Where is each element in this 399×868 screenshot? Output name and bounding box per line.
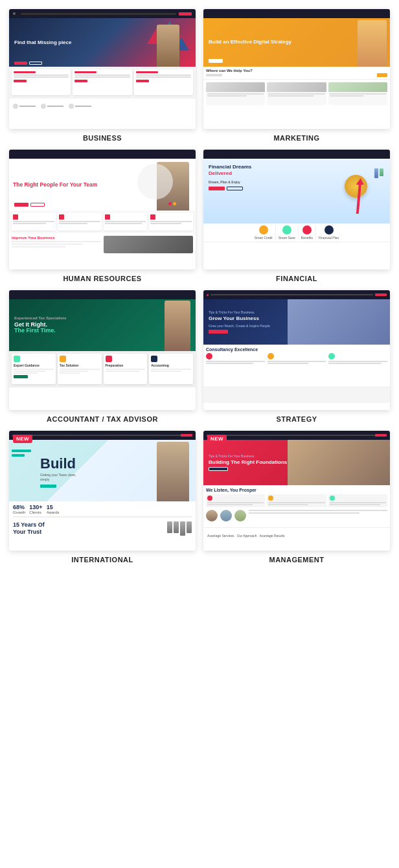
strat-line-5 [328,361,387,362]
hr-cell[interactable]: The Right People For Your Team [5,146,200,286]
biz-card-btn-3 [136,80,149,82]
fin-label-2: Smart Save [279,236,295,240]
fin-icon-4 [325,225,334,234]
strategy-mid: Consultancy Excellence [203,345,390,387]
acc-card-icon-2 [60,356,66,362]
management-hero: Tips & Tricks For Your Business Building… [203,440,390,485]
financial-hero-text: Financial Dreams Delivered Dream, Plan &… [209,164,251,190]
strategy-preview[interactable]: Tips & Tricks For Your Business Grow You… [203,290,390,410]
intl-teal-lines [9,450,31,457]
footer-text-2 [47,106,63,107]
financial-preview[interactable]: Financial Dreams Delivered Dream, Plan &… [203,150,390,269]
mkt-card-img-2 [267,82,326,92]
mgmt-card-2 [267,494,326,507]
acc-card-3: Preparation [104,354,148,384]
hr-feat-line-2 [13,223,46,224]
mgmt-text-lines [249,510,387,521]
biz-card-1 [12,69,71,95]
fin-line-1: Financial Dreams [209,164,251,170]
financial-cell[interactable]: Financial Dreams Delivered Dream, Plan &… [200,146,394,286]
hr-feat-line-1 [13,221,54,222]
biz-card-bar [14,71,36,73]
acc-card-line-2 [14,371,45,372]
hr-bottom: Improve Your Business [9,233,196,256]
mgmt-line-4 [268,504,308,505]
intl-stat-1: 68%Growth [13,504,25,514]
hero-buttons [14,62,42,65]
business-hero: Find that Missing piece [9,18,196,67]
strategy-hero-img [288,299,390,345]
accountant-cell[interactable]: Experienced Tax Specialists Get It Right… [5,286,200,427]
strategy-hero-text: Tips & Tricks For Your Business Grow You… [209,310,270,334]
intl-person-3 [180,521,185,536]
mkt-buttons [209,59,223,63]
intl-person-2 [174,521,179,533]
strat-line-2 [206,363,253,364]
fin-btns [209,187,251,190]
management-nav [203,431,390,440]
mkt-card-body-3 [328,92,387,98]
intl-nav-btn [181,434,192,437]
teal-line-1 [12,450,31,452]
strat-icon-2 [268,353,274,360]
strat-line-1 [206,361,265,362]
strat-feat-2 [268,353,326,365]
business-nav [9,9,196,18]
business-hero-text: Find that Missing piece [14,40,71,46]
fin-mid-2: Smart Save [279,225,299,240]
mgmt-cards-row [206,494,387,507]
hr-feat-line-6 [105,223,142,224]
hr-btn-2 [30,203,45,207]
hr-preview[interactable]: The Right People For Your Team [9,150,196,269]
mgmt-nav-line [211,435,375,436]
marketing-cell[interactable]: Build an Effective Digital Strategy Wher… [200,5,394,146]
strategy-cell[interactable]: Tips & Tricks For Your Business Grow You… [200,286,394,427]
international-hero: Build Getting your Taxes done,simply [9,440,196,501]
marketing-preview[interactable]: Build an Effective Digital Strategy Wher… [203,9,390,129]
business-preview[interactable]: Find that Missing piece [9,9,196,129]
hr-feat-4 [149,213,193,231]
international-preview[interactable]: NEW Build Getting your Taxes done,simply [9,431,196,551]
mgmt-avatar-3 [234,510,246,521]
strat-nav-dot [207,294,209,296]
strat-consultancy: Consultancy Excellence [206,347,387,352]
accountant-hero: Experienced Tax Specialists Get It Right… [9,299,196,351]
mkt-card-3 [328,82,387,105]
strat-feat-3 [328,353,387,365]
business-cards [9,67,196,98]
marketing-subtitle: Where can We Help You? [206,69,387,73]
mkt-cta [377,73,387,77]
accountant-nav [9,290,196,299]
management-preview[interactable]: NEW Tips & Tricks For Your Business Buil… [203,431,390,551]
mkt-card-line-4 [268,95,314,97]
intl-find-btn [40,485,56,488]
strategy-bottom [203,387,390,403]
hr-feat-icon-4 [150,214,155,220]
strat-line-4 [268,363,308,364]
international-cell[interactable]: NEW Build Getting your Taxes done,simply [5,427,200,567]
intl-people-row [167,521,192,536]
strat-btn-wrap [209,330,270,334]
mgmt-line-3 [268,502,325,503]
fin-mid-bar: Smart Credit Smart Save Benefits Financi… [203,223,390,242]
management-label: MANAGEMENT [269,556,324,564]
mkt-card-line-1 [207,93,264,95]
fin-mid-items: Smart Credit Smart Save Benefits Financi… [206,225,387,240]
mgmt-headline: Building The Right Foundations [209,459,287,466]
biz-card-line-5 [136,74,191,76]
accountant-preview[interactable]: Experienced Tax Specialists Get It Right… [9,290,196,410]
hr-bottom-left: Improve Your Business [12,236,101,253]
international-person [157,442,189,501]
management-cell[interactable]: NEW Tips & Tricks For Your Business Buil… [200,427,394,567]
footer-text-1 [19,106,36,107]
mkt-card-line-5 [330,93,386,95]
international-nav [9,431,196,440]
hr-nav [9,150,196,159]
fin-mid-4: Financial Plan [319,225,339,240]
accountant-bottom [9,387,196,403]
acc-card-4: Accounting [149,354,193,384]
hr-feat-icon-2 [59,214,64,220]
business-cell[interactable]: Find that Missing piece [5,5,200,146]
hr-bottom-line-2 [12,244,83,245]
accountant-hero-text: Experienced Tax Specialists Get It Right… [14,316,66,335]
